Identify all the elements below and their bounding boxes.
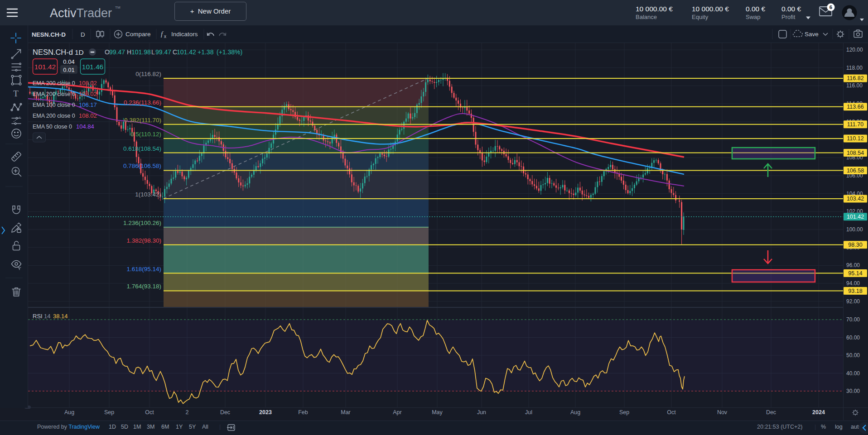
svg-text:100.00: 100.00 xyxy=(846,226,863,233)
svg-text:NESN.CH-d: NESN.CH-d xyxy=(33,48,73,56)
svg-text:Compare: Compare xyxy=(125,31,151,38)
svg-text:D: D xyxy=(81,31,85,38)
svg-text:38.14: 38.14 xyxy=(53,313,68,320)
svg-text:101.42: 101.42 xyxy=(177,48,196,56)
svg-text:116.82: 116.82 xyxy=(847,75,863,81)
svg-text:EMA 100 close 0: EMA 100 close 0 xyxy=(33,102,75,108)
svg-text:Apr: Apr xyxy=(393,409,401,416)
svg-text:113.66: 113.66 xyxy=(847,104,863,110)
svg-text:Aug: Aug xyxy=(570,409,580,416)
svg-text:H: H xyxy=(127,48,131,56)
svg-text:101.42: 101.42 xyxy=(34,63,56,71)
svg-text:94.00: 94.00 xyxy=(846,280,860,287)
svg-text:Save: Save xyxy=(805,31,819,38)
svg-text:Jul: Jul xyxy=(525,409,532,416)
svg-text:108.02: 108.02 xyxy=(79,91,97,97)
svg-text:Dec: Dec xyxy=(766,409,776,416)
svg-text:1D: 1D xyxy=(75,48,84,56)
svg-text:118.00: 118.00 xyxy=(846,65,863,71)
svg-text:L: L xyxy=(151,48,155,56)
svg-text:Oct: Oct xyxy=(667,409,676,416)
svg-text:60.00: 60.00 xyxy=(846,335,860,341)
svg-text:Indicators: Indicators xyxy=(171,31,198,38)
svg-text:RSI: RSI xyxy=(33,313,43,320)
svg-text:111.70: 111.70 xyxy=(847,121,863,128)
svg-text:Mar: Mar xyxy=(341,409,351,416)
svg-text:2023: 2023 xyxy=(259,409,272,416)
svg-text:50.00: 50.00 xyxy=(846,352,860,359)
svg-text:0.382(111.70): 0.382(111.70) xyxy=(124,117,161,124)
svg-text:95.14: 95.14 xyxy=(848,270,862,277)
svg-text:2024: 2024 xyxy=(812,409,825,416)
svg-text:108.54: 108.54 xyxy=(847,150,864,156)
svg-text:Nov: Nov xyxy=(717,409,728,416)
svg-text:104.84: 104.84 xyxy=(76,123,94,130)
svg-text:6: 6 xyxy=(829,5,832,10)
svg-text:93.18: 93.18 xyxy=(848,288,862,294)
svg-text:Feb: Feb xyxy=(298,409,308,416)
svg-text:1.382(98.30): 1.382(98.30) xyxy=(126,237,161,244)
svg-text:0.618(108.54): 0.618(108.54) xyxy=(123,145,161,152)
svg-text:99.47: 99.47 xyxy=(109,48,125,56)
svg-text:Dec: Dec xyxy=(220,409,230,416)
svg-text:T: T xyxy=(13,89,19,98)
svg-text:Oct: Oct xyxy=(145,409,154,416)
svg-text:0(116.82): 0(116.82) xyxy=(135,71,161,77)
svg-text:101.98: 101.98 xyxy=(131,48,151,56)
svg-text:101.46: 101.46 xyxy=(82,63,103,71)
svg-text:1(103.42): 1(103.42) xyxy=(135,191,161,198)
svg-text:Jun: Jun xyxy=(477,409,486,416)
svg-text:116.00: 116.00 xyxy=(846,82,863,89)
svg-text:0.5(110.12): 0.5(110.12) xyxy=(130,131,161,138)
svg-text:Sep: Sep xyxy=(104,409,114,416)
svg-text:101.42: 101.42 xyxy=(847,214,864,220)
svg-text:98.30: 98.30 xyxy=(848,242,862,248)
svg-text:x: x xyxy=(164,34,166,39)
svg-text:108.02: 108.02 xyxy=(79,80,97,86)
svg-text:EMA 200 close 0: EMA 200 close 0 xyxy=(33,91,75,97)
svg-text:110.12: 110.12 xyxy=(847,135,863,142)
svg-text:1.236(100.26): 1.236(100.26) xyxy=(123,220,161,226)
svg-text:1.618(95.14): 1.618(95.14) xyxy=(126,266,161,272)
svg-text:92.00: 92.00 xyxy=(846,298,860,305)
svg-text:2: 2 xyxy=(186,409,189,416)
svg-text:106.17: 106.17 xyxy=(79,101,97,108)
svg-text:EMA 50 close 0: EMA 50 close 0 xyxy=(33,124,72,130)
svg-text:NESN.CH-D: NESN.CH-D xyxy=(32,31,66,38)
svg-text:96.00: 96.00 xyxy=(846,262,860,268)
svg-text:14: 14 xyxy=(44,313,50,320)
svg-text:EMA 200 close 0: EMA 200 close 0 xyxy=(33,113,75,119)
svg-text:106.58: 106.58 xyxy=(847,167,864,174)
svg-text:1.764(93.18): 1.764(93.18) xyxy=(126,283,161,290)
svg-text:EMA 200 close 0: EMA 200 close 0 xyxy=(33,80,75,86)
svg-text:99.47: 99.47 xyxy=(155,48,171,56)
svg-text:TM: TM xyxy=(115,5,121,10)
svg-text:103.42: 103.42 xyxy=(847,196,864,202)
svg-text:Sep: Sep xyxy=(619,409,629,416)
svg-text:0.01: 0.01 xyxy=(63,67,74,73)
svg-text:120.00: 120.00 xyxy=(846,47,863,53)
svg-text:Aug: Aug xyxy=(64,409,74,416)
svg-text:0.04: 0.04 xyxy=(63,58,74,65)
svg-text:May: May xyxy=(432,409,443,416)
svg-text:f: f xyxy=(161,30,164,38)
svg-text:30.00: 30.00 xyxy=(846,388,860,394)
svg-text:+1.38: +1.38 xyxy=(198,48,214,56)
svg-text:ActivTrader: ActivTrader xyxy=(50,6,112,20)
svg-text:70.00: 70.00 xyxy=(846,316,860,323)
svg-text:0.786(106.58): 0.786(106.58) xyxy=(123,163,161,169)
svg-text:(+1.38%): (+1.38%) xyxy=(217,48,242,56)
svg-text:·: · xyxy=(71,49,72,56)
svg-text:108.02: 108.02 xyxy=(79,112,97,119)
svg-text:0.236(113.66): 0.236(113.66) xyxy=(124,99,161,106)
svg-text:40.00: 40.00 xyxy=(846,370,860,377)
